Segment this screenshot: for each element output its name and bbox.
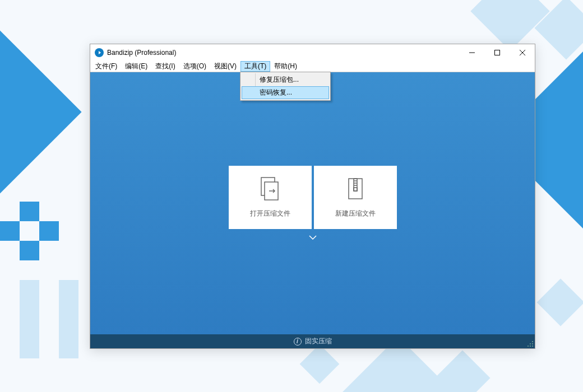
svg-rect-7 [349, 179, 362, 199]
svg-point-13 [532, 341, 533, 342]
open-archive-icon [259, 176, 281, 201]
open-archive-card[interactable]: 打开压缩文件 [229, 166, 312, 229]
menu-file[interactable]: 文件(F) [91, 61, 121, 72]
status-text: 固实压缩 [305, 337, 332, 346]
svg-point-14 [530, 343, 531, 344]
menu-help[interactable]: 帮助(H) [270, 61, 301, 72]
info-icon: i [294, 338, 302, 346]
svg-rect-1 [494, 50, 499, 55]
new-archive-label: 新建压缩文件 [335, 209, 376, 218]
svg-point-17 [530, 346, 531, 347]
maximize-button[interactable] [484, 44, 510, 61]
menu-find[interactable]: 查找(I) [151, 61, 179, 72]
status-bar: i 固实压缩 [90, 334, 535, 348]
close-button[interactable] [510, 44, 535, 61]
open-archive-label: 打开压缩文件 [250, 209, 290, 218]
tools-dropdown: 修复压缩包... 密码恢复... [240, 72, 331, 101]
svg-point-18 [532, 346, 533, 347]
action-cards: 打开压缩文件 新建压缩文件 [229, 166, 397, 229]
menu-options[interactable]: 选项(O) [179, 61, 210, 72]
svg-rect-12 [354, 188, 357, 191]
menu-edit[interactable]: 编辑(E) [121, 61, 151, 72]
title-bar[interactable]: Bandizip (Professional) [90, 44, 535, 61]
app-icon [95, 48, 104, 57]
svg-point-16 [528, 346, 529, 347]
new-archive-icon [344, 176, 367, 201]
svg-point-15 [532, 343, 533, 344]
menu-tools[interactable]: 工具(T) [240, 61, 270, 72]
resize-grip[interactable] [527, 340, 534, 347]
menu-bar: 文件(F) 编辑(E) 查找(I) 选项(O) 视图(V) 工具(T) 帮助(H… [90, 61, 535, 72]
window-title: Bandizip (Professional) [107, 49, 459, 57]
app-window: Bandizip (Professional) 文件(F) 编辑(E) 查找(I… [90, 44, 535, 349]
minimize-button[interactable] [459, 44, 484, 61]
content-area: 打开压缩文件 新建压缩文件 [90, 72, 535, 334]
dropdown-password-recovery[interactable]: 密码恢复... [242, 86, 329, 99]
menu-view[interactable]: 视图(V) [210, 61, 240, 72]
window-controls [459, 44, 535, 61]
dropdown-repair-archive[interactable]: 修复压缩包... [242, 73, 329, 86]
chevron-down-icon[interactable] [309, 234, 317, 241]
new-archive-card[interactable]: 新建压缩文件 [314, 166, 397, 229]
